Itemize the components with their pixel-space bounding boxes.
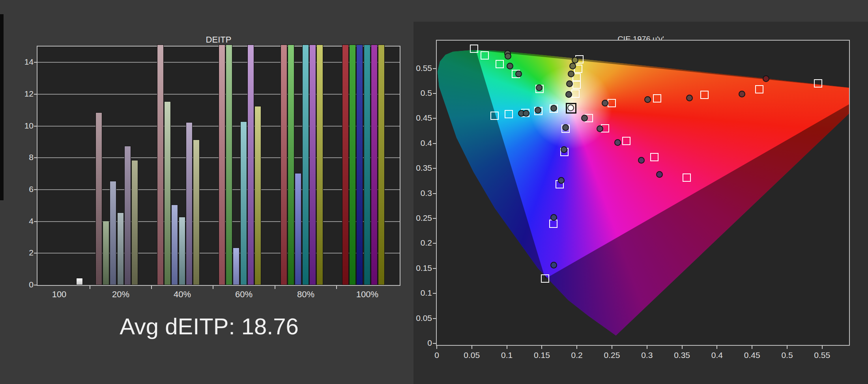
cie-x-tick bbox=[471, 346, 472, 349]
cie-y-label-0.05: 0.05 bbox=[408, 313, 432, 323]
cie-x-tick bbox=[682, 346, 683, 349]
measured-point-magenta-40 bbox=[597, 125, 603, 132]
bar-blue-60 bbox=[233, 248, 239, 285]
cie-y-label-0.25: 0.25 bbox=[408, 213, 432, 223]
window-edge-strip bbox=[0, 14, 4, 200]
measured-point-magenta-60 bbox=[614, 139, 621, 146]
x-axis-tick bbox=[275, 286, 275, 289]
bar-magenta-80 bbox=[309, 45, 316, 285]
x-axis-label-100%: 100% bbox=[350, 289, 385, 300]
cie-x-label-0.55: 0.55 bbox=[808, 350, 836, 360]
x-axis-label-100: 100 bbox=[41, 289, 77, 300]
bar-yellow-40 bbox=[193, 140, 200, 285]
x-axis-tick bbox=[336, 286, 337, 289]
bar-green-40 bbox=[164, 101, 171, 285]
bar-cyan-80 bbox=[302, 45, 309, 285]
target-square-cyan-80 bbox=[505, 110, 513, 118]
cie-y-tick bbox=[433, 243, 436, 244]
cie-y-tick bbox=[433, 318, 436, 319]
cie-y-label-0.2: 0.2 bbox=[408, 238, 432, 248]
measured-point-cyan-20 bbox=[550, 105, 557, 112]
cie-y-tick bbox=[433, 143, 436, 144]
cie-1976-diagram: 00.050.10.150.20.250.30.350.40.450.50.55… bbox=[437, 41, 849, 345]
cie-x-label-0.25: 0.25 bbox=[598, 350, 626, 360]
y-axis-tick bbox=[34, 253, 37, 254]
bar-green-60 bbox=[226, 45, 232, 285]
measured-point-blue-100 bbox=[550, 262, 557, 268]
cie-y-label-0.15: 0.15 bbox=[408, 263, 432, 273]
y-axis-label: 0 bbox=[15, 280, 34, 289]
measured-point-red-100 bbox=[763, 75, 769, 82]
measured-point-blue-40 bbox=[561, 146, 567, 153]
target-square-magenta-80 bbox=[650, 153, 658, 161]
measured-point-red-20 bbox=[602, 100, 608, 106]
bar-green-20 bbox=[103, 221, 109, 285]
cie-x-label-0.1: 0.1 bbox=[493, 350, 521, 360]
cie-y-tick bbox=[433, 268, 436, 269]
measured-point-blue-80 bbox=[550, 214, 557, 221]
avg-deitp-value: Avg dEITP: 18.76 bbox=[91, 313, 327, 339]
bar-blue-20 bbox=[110, 181, 116, 285]
y-axis-tick bbox=[34, 189, 37, 190]
cie-y-tick bbox=[433, 218, 436, 219]
cie-x-label-0.5: 0.5 bbox=[773, 350, 801, 360]
cie-x-label-0: 0 bbox=[423, 350, 451, 360]
y-axis-label: 10 bbox=[15, 121, 34, 130]
y-axis-tick bbox=[34, 62, 37, 63]
bar-yellow-60 bbox=[254, 106, 261, 285]
cie-y-label-0.45: 0.45 bbox=[408, 113, 432, 123]
y-axis-tick bbox=[34, 285, 37, 285]
bar-red-100 bbox=[342, 45, 349, 285]
cie-x-tick bbox=[822, 346, 823, 349]
cie-x-label-0.05: 0.05 bbox=[458, 350, 486, 360]
target-square-magenta-100 bbox=[683, 173, 691, 182]
cie-x-tick bbox=[436, 346, 437, 349]
bar-white-100 bbox=[76, 278, 83, 285]
cie-x-label-0.2: 0.2 bbox=[563, 350, 591, 360]
target-square-yellow-40 bbox=[572, 80, 581, 89]
x-axis-label-60%: 60% bbox=[226, 289, 262, 300]
cie-x-label-0.3: 0.3 bbox=[633, 350, 661, 360]
measured-point-magenta-100 bbox=[656, 171, 663, 178]
bar-blue-40 bbox=[171, 205, 178, 285]
cie-y-tick bbox=[433, 293, 436, 294]
y-axis-label: 4 bbox=[15, 216, 34, 226]
cie-y-label-0.4: 0.4 bbox=[408, 138, 432, 148]
deitp-chart-title: DEITP bbox=[37, 35, 400, 45]
x-axis-label-40%: 40% bbox=[165, 289, 200, 300]
measured-point-blue-20 bbox=[562, 124, 569, 131]
cie-x-label-0.15: 0.15 bbox=[528, 350, 556, 360]
target-square-magenta-60 bbox=[622, 137, 630, 145]
cie-x-tick bbox=[612, 346, 612, 349]
cie-x-tick bbox=[787, 346, 788, 349]
y-axis-tick bbox=[34, 157, 37, 158]
y-axis-label: 8 bbox=[15, 153, 34, 162]
y-axis-tick bbox=[34, 94, 37, 95]
bar-yellow-20 bbox=[131, 160, 138, 285]
cie-y-label-0.5: 0.5 bbox=[408, 88, 432, 98]
cie-y-label-0.1: 0.1 bbox=[408, 288, 432, 298]
bar-green-100 bbox=[349, 45, 356, 285]
target-square-red-60 bbox=[700, 91, 709, 99]
y-axis-tick bbox=[34, 126, 37, 127]
measured-point-magenta-20 bbox=[581, 115, 588, 121]
bar-cyan-60 bbox=[240, 121, 247, 285]
x-axis-tick bbox=[151, 286, 152, 289]
target-square-red-20 bbox=[608, 99, 616, 107]
y-axis-label: 2 bbox=[15, 248, 34, 257]
target-square-red-100 bbox=[814, 79, 822, 88]
bar-red-40 bbox=[157, 45, 164, 285]
bar-cyan-20 bbox=[117, 213, 124, 285]
cie-y-tick bbox=[433, 118, 436, 119]
x-axis-tick bbox=[90, 286, 90, 289]
gamut-dim-overlay bbox=[437, 41, 849, 345]
bar-red-60 bbox=[219, 45, 225, 285]
y-axis-label: 12 bbox=[15, 89, 34, 99]
measured-point-red-80 bbox=[739, 91, 745, 97]
y-axis-label: 14 bbox=[15, 57, 34, 67]
target-square-cyan-100 bbox=[490, 112, 499, 120]
bar-magenta-40 bbox=[186, 122, 193, 285]
y-axis-tick bbox=[34, 221, 37, 222]
bar-cyan-100 bbox=[364, 45, 370, 285]
cie-y-label-0.35: 0.35 bbox=[408, 163, 432, 173]
